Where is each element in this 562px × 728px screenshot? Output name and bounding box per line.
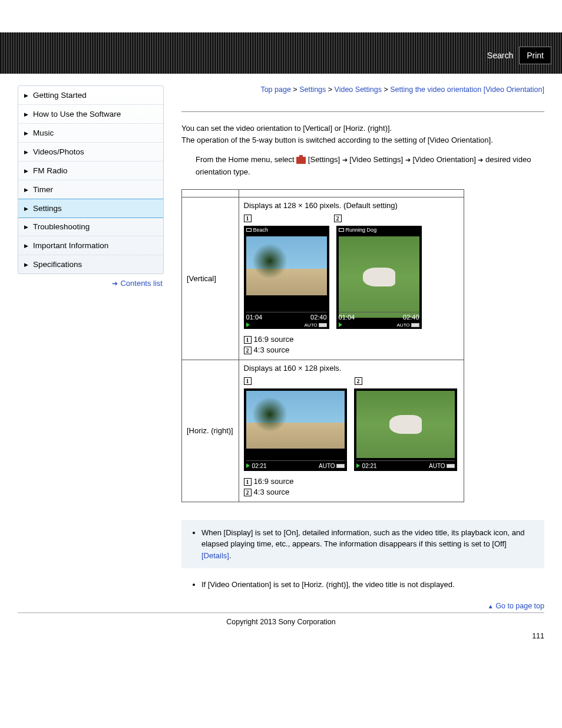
row-label-vertical: [Vertical] — [182, 197, 239, 360]
step-text: From the Home menu, select [Settings] ➔ … — [196, 154, 544, 179]
intro-line: You can set the video orientation to [Ve… — [181, 123, 544, 134]
breadcrumb-video-settings[interactable]: Video Settings — [335, 85, 382, 94]
note-item: If [Video Orientation] is set to [Horiz.… — [201, 579, 536, 591]
caret-right-icon: ▶ — [24, 111, 28, 117]
preview-title: Beach — [253, 227, 269, 233]
preview-horiz-dog: 02:21AUTO — [354, 388, 457, 471]
sidebar-item-label: Troubleshooting — [33, 222, 90, 231]
hint-text: When [Display] is set to [On], detailed … — [201, 528, 524, 549]
preview-horiz-beach: 02:21AUTO — [244, 388, 347, 471]
battery-icon — [411, 323, 419, 327]
sidebar-item-label: How to Use the Software — [33, 110, 121, 118]
time-elapsed: 02:21 — [252, 463, 267, 469]
sidebar-item-troubleshooting[interactable]: ▶Troubleshooting — [18, 218, 163, 236]
arrow-right-icon: ➔ — [478, 156, 483, 163]
sidebar-item-important-info[interactable]: ▶Important Information — [18, 236, 163, 255]
sidebar-item-label: Specifications — [33, 260, 82, 269]
auto-label: AUTO — [397, 322, 410, 328]
sidebar-item-label: Videos/Photos — [33, 147, 84, 156]
time-current: 01:04 — [339, 314, 355, 321]
caret-right-icon: ▶ — [24, 168, 28, 174]
search-link[interactable]: Search — [487, 51, 513, 60]
index-2-icon: 2 — [244, 489, 252, 496]
video-icon — [339, 228, 344, 232]
caret-right-icon: ▶ — [24, 149, 28, 155]
hint-box: When [Display] is set to [On], detailed … — [181, 520, 544, 569]
step-part: [Video Orientation] — [412, 155, 475, 164]
breadcrumb-settings[interactable]: Settings — [299, 85, 326, 94]
index-1-icon: 1 — [244, 336, 252, 344]
intro-line: The operation of the 5-way button is swi… — [181, 134, 544, 146]
time-current: 01:04 — [246, 314, 263, 321]
battery-icon — [336, 464, 345, 468]
row-desc: Displays at 128 × 160 pixels. (Default s… — [244, 201, 459, 210]
legend-text: 4:3 source — [254, 487, 290, 496]
index-2-icon: 2 — [334, 215, 342, 222]
go-to-page-top-link[interactable]: Go to page top — [495, 602, 544, 610]
breadcrumb-sep: > — [293, 85, 297, 94]
preview-vertical-dog: Running Dog 01:0402:40 AUTO — [336, 226, 422, 329]
sidebar-item-label: Settings — [33, 204, 62, 213]
index-1-icon: 1 — [244, 377, 252, 385]
sidebar-item-label: Getting Started — [33, 91, 87, 100]
breadcrumb: Top page > Settings > Video Settings > S… — [181, 85, 544, 94]
breadcrumb-top[interactable]: Top page — [260, 85, 290, 94]
page-top-wrap: ▲ Go to page top — [181, 601, 544, 610]
step-part: From the Home menu, select — [196, 155, 296, 164]
caret-right-icon: ▶ — [24, 224, 28, 230]
step-part: [Settings] — [308, 155, 340, 164]
arrow-right-icon: ➔ — [342, 156, 348, 163]
index-1-icon: 1 — [244, 215, 252, 222]
print-button[interactable]: Print — [519, 47, 551, 64]
video-icon — [246, 228, 252, 232]
contents-list-wrap: ➔Contents list — [18, 274, 164, 288]
breadcrumb-current: Setting the video orientation [Video Ori… — [390, 85, 544, 94]
sidebar-item-label: Timer — [33, 185, 53, 194]
time-elapsed: 02:21 — [362, 463, 377, 469]
legend-text: 16:9 source — [254, 335, 294, 344]
play-icon — [246, 463, 250, 468]
play-icon — [246, 322, 250, 327]
preview-title: Running Dog — [346, 227, 377, 233]
contents-list-link[interactable]: Contents list — [120, 279, 163, 288]
sidebar-item-label: Important Information — [33, 241, 108, 250]
settings-chip-icon — [296, 157, 306, 164]
step-part: [Video Settings] — [349, 155, 403, 164]
caret-right-icon: ▶ — [24, 93, 28, 98]
caret-right-icon: ▶ — [24, 262, 28, 268]
sidebar-item-music[interactable]: ▶Music — [18, 124, 163, 143]
breadcrumb-sep: > — [328, 85, 332, 94]
intro-text: You can set the video orientation to [Ve… — [181, 123, 544, 146]
header-banner: Search Print — [0, 32, 562, 74]
settings-table: [Vertical] Displays at 128 × 160 pixels.… — [181, 189, 464, 502]
caret-right-icon: ▶ — [24, 130, 28, 136]
sidebar-item-videos-photos[interactable]: ▶Videos/Photos — [18, 143, 163, 162]
sidebar-item-software[interactable]: ▶How to Use the Software — [18, 105, 163, 124]
play-icon — [356, 463, 360, 468]
sidebar: ▶Getting Started ▶How to Use the Softwar… — [18, 85, 164, 274]
index-2-icon: 2 — [355, 377, 362, 385]
arrow-right-icon: ➔ — [112, 279, 118, 288]
index-2-icon: 2 — [244, 347, 252, 354]
battery-icon — [319, 323, 327, 327]
page-number: 111 — [0, 632, 544, 640]
caret-right-icon: ▶ — [24, 187, 28, 193]
caret-right-icon: ▶ — [24, 206, 28, 212]
caret-right-icon: ▶ — [24, 243, 28, 249]
preview-vertical-beach: Beach 01:0402:40 AUTO — [244, 226, 329, 329]
sidebar-item-timer[interactable]: ▶Timer — [18, 180, 163, 199]
auto-label: AUTO — [305, 322, 318, 328]
sidebar-item-getting-started[interactable]: ▶Getting Started — [18, 86, 163, 105]
sidebar-item-specifications[interactable]: ▶Specifications — [18, 255, 163, 274]
legend-text: 16:9 source — [254, 477, 294, 486]
caret-up-icon: ▲ — [488, 603, 494, 610]
hint-item: When [Display] is set to [On], detailed … — [201, 527, 536, 562]
details-link[interactable]: [Details] — [201, 551, 229, 560]
sidebar-item-label: FM Radio — [33, 166, 68, 175]
sidebar-item-label: Music — [33, 129, 54, 137]
period: . — [229, 551, 232, 560]
sidebar-item-settings[interactable]: ▶Settings — [18, 199, 163, 218]
sidebar-item-fm-radio[interactable]: ▶FM Radio — [18, 162, 163, 180]
play-icon — [339, 322, 342, 327]
note-box: If [Video Orientation] is set to [Horiz.… — [181, 579, 544, 591]
